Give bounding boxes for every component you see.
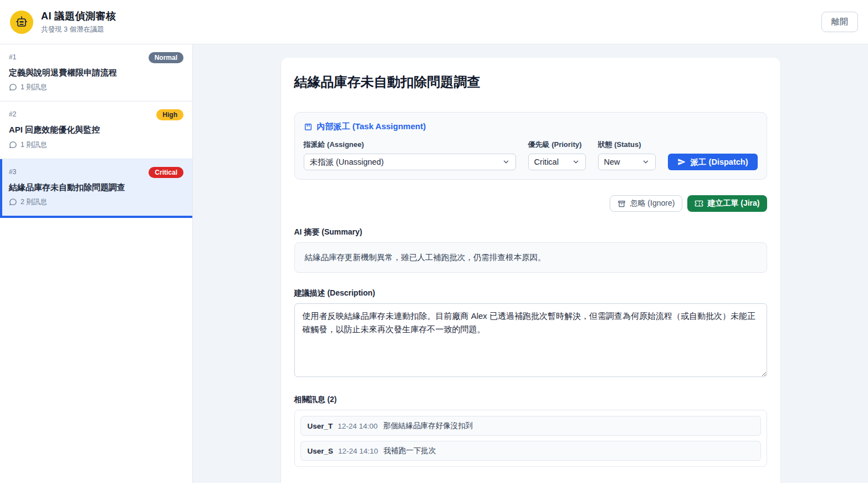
send-icon [677, 157, 686, 166]
task-assignment-icon [304, 123, 313, 131]
status-label: 狀態 (Status) [598, 140, 656, 150]
task-assignment-heading: 內部派工 (Task Assignment) [317, 121, 426, 132]
message-row: User_S 12-24 14:10 我補跑一下批次 [300, 441, 761, 461]
severity-badge-high: High [156, 109, 183, 120]
ignore-button[interactable]: 忽略 (Ignore) [610, 195, 682, 212]
message-text: 那個結緣品庫存好像沒扣到 [383, 421, 473, 431]
app-logo [10, 11, 33, 34]
page-subtitle: 共發現 3 個潛在議題 [41, 25, 116, 34]
app-header: AI 議題偵測審核 共發現 3 個潛在議題 離開 [0, 0, 868, 44]
sidebar-item-issue-3-selected[interactable]: #3 Critical 結緣品庫存未自動扣除問題調查 2 則訊息 [0, 159, 192, 218]
assignee-value: 未指派 (Unassigned) [310, 157, 384, 167]
description-textarea[interactable]: 使用者反映結緣品庫存未連動扣除。目前廠商 Alex 已透過補跑批次暫時解決，但需… [294, 303, 767, 377]
issue-message-count: 1 則訊息 [21, 83, 47, 92]
create-jira-button[interactable]: 建立工單 (Jira) [687, 195, 767, 212]
issue-item-title: 定義與說明退費權限申請流程 [9, 67, 183, 78]
severity-badge-critical: Critical [149, 167, 183, 178]
assignee-select[interactable]: 未指派 (Unassigned) [304, 154, 516, 170]
chevron-down-icon [642, 158, 650, 166]
message-user: User_T [308, 422, 333, 430]
message-user: User_S [308, 447, 334, 455]
related-messages-panel: User_T 12-24 14:00 那個結緣品庫存好像沒扣到 User_S 1… [294, 410, 767, 467]
priority-value: Critical [534, 157, 559, 166]
archive-icon [617, 200, 626, 208]
issue-message-count: 1 則訊息 [21, 140, 47, 150]
dispatch-button-label: 派工 (Dispatch) [691, 157, 748, 167]
issue-item-title: API 回應效能優化與監控 [9, 124, 183, 135]
chat-bubble-icon [9, 83, 17, 91]
jira-button-label: 建立工單 (Jira) [707, 199, 759, 209]
ticket-icon [695, 199, 703, 208]
chat-bubble-icon [9, 141, 17, 149]
sidebar-item-issue-2[interactable]: #2 High API 回應效能優化與監控 1 則訊息 [0, 101, 192, 159]
message-text: 我補跑一下批次 [384, 446, 436, 456]
issue-detail-card: 結緣品庫存未自動扣除問題調查 內部派工 (Task Assignment) [281, 58, 780, 483]
dispatch-button[interactable]: 派工 (Dispatch) [668, 154, 758, 170]
page-title: AI 議題偵測審核 [41, 9, 116, 23]
sidebar-item-issue-1[interactable]: #1 Normal 定義與說明退費權限申請流程 1 則訊息 [0, 44, 192, 101]
status-select[interactable]: New [598, 154, 656, 170]
robot-icon [15, 16, 28, 29]
summary-text: 結緣品庫存更新機制異常，雖已人工補跑批次，仍需排查根本原因。 [294, 242, 767, 273]
issue-message-count: 2 則訊息 [21, 197, 47, 207]
message-row: User_T 12-24 14:00 那個結緣品庫存好像沒扣到 [300, 416, 761, 436]
assignee-label: 指派給 (Assignee) [304, 140, 516, 150]
related-messages-label: 相關訊息 (2) [294, 395, 767, 405]
issue-id: #3 [9, 167, 16, 176]
priority-label: 優先級 (Priority) [528, 140, 586, 150]
task-assignment-panel: 內部派工 (Task Assignment) 指派給 (Assignee) 未指… [294, 112, 767, 180]
chat-bubble-icon [9, 198, 17, 206]
summary-label: AI 摘要 (Summary) [294, 227, 767, 237]
issue-id: #2 [9, 109, 16, 118]
leave-button[interactable]: 離開 [821, 12, 858, 32]
priority-select[interactable]: Critical [528, 154, 586, 170]
issue-title: 結緣品庫存未自動扣除問題調查 [294, 73, 767, 91]
status-value: New [604, 157, 620, 166]
ignore-button-label: 忽略 (Ignore) [630, 199, 675, 209]
chevron-down-icon [572, 158, 580, 166]
issue-id: #1 [9, 52, 16, 61]
chevron-down-icon [502, 158, 510, 166]
issue-item-title: 結緣品庫存未自動扣除問題調查 [9, 182, 183, 193]
issue-sidebar: #1 Normal 定義與說明退費權限申請流程 1 則訊息 #2 High AP… [0, 44, 193, 483]
main-area: 結緣品庫存未自動扣除問題調查 內部派工 (Task Assignment) [193, 44, 868, 483]
message-time: 12-24 14:00 [338, 422, 377, 430]
message-time: 12-24 14:10 [338, 447, 378, 455]
severity-badge-normal: Normal [149, 52, 183, 63]
description-label: 建議描述 (Description) [294, 288, 767, 298]
